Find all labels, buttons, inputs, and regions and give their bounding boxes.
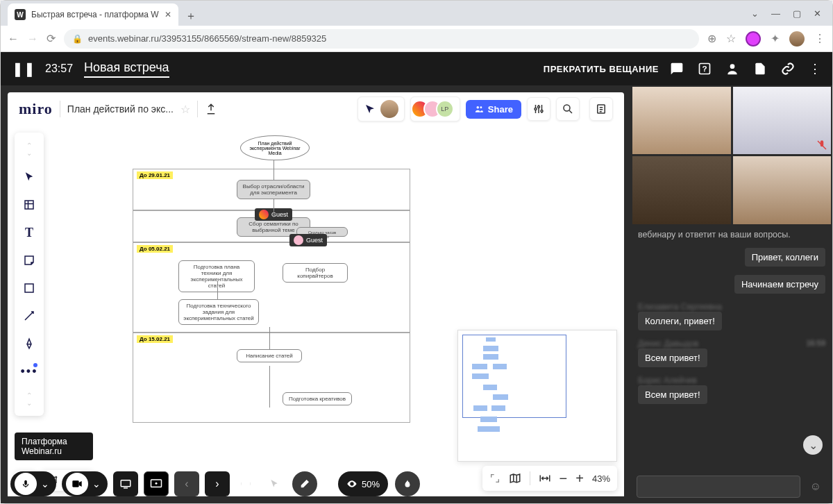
- fire-icon[interactable]: [395, 471, 420, 496]
- browser-menu-icon[interactable]: ⋮: [814, 32, 825, 45]
- profile-avatar[interactable]: [789, 31, 805, 47]
- more-menu-icon[interactable]: ⋮: [809, 61, 821, 76]
- chat-message: Коллеги, привет!: [638, 312, 722, 330]
- prev-slide-icon[interactable]: ‹: [174, 471, 199, 496]
- flow-node[interactable]: Подготовка креативов: [283, 392, 352, 405]
- chat-author: Елизавета Сергеевна: [638, 302, 825, 312]
- zoom-in-icon[interactable]: +: [575, 471, 584, 487]
- url-field[interactable]: 🔒 events.webinar.ru/33953155/8665569/str…: [64, 29, 699, 49]
- next-slide-icon[interactable]: ›: [205, 471, 230, 496]
- share-button[interactable]: Share: [466, 100, 521, 119]
- pointer-tool-icon[interactable]: [262, 471, 287, 496]
- pen-tool-icon[interactable]: [18, 333, 40, 355]
- video-grid: [631, 85, 832, 226]
- frame-tool-icon[interactable]: [18, 194, 40, 216]
- board-name[interactable]: План действий по экс...: [67, 103, 174, 115]
- fit-width-icon[interactable]: [539, 472, 551, 485]
- flow-node[interactable]: Подготовка плана техники для эксперимент…: [178, 260, 255, 292]
- forward-icon[interactable]: →: [27, 33, 38, 45]
- presentation-icon[interactable]: [144, 471, 169, 496]
- webinar-top-bar: ❚❚ 23:57 Новая встреча ПРЕКРАТИТЬ ВЕЩАНИ…: [1, 52, 832, 85]
- chevron-down-icon[interactable]: ⌄: [751, 8, 759, 19]
- text-tool-icon[interactable]: T: [18, 221, 40, 244]
- svg-point-22: [155, 482, 158, 485]
- miro-logo: miro: [19, 100, 53, 118]
- chat-time: 16:59: [806, 339, 825, 348]
- mic-chevron-icon[interactable]: ⌄: [38, 473, 52, 495]
- person-icon[interactable]: [725, 62, 739, 76]
- browser-window: W Быстрая встреча - платформа W ✕ ＋ ⌄ ― …: [0, 0, 833, 504]
- eye-icon: [346, 478, 357, 489]
- camera-chevron-icon[interactable]: ⌄: [90, 473, 103, 495]
- zoom-level[interactable]: 43%: [592, 473, 610, 484]
- svg-text:?: ?: [702, 64, 707, 73]
- scroll-down-button[interactable]: ⌄: [803, 435, 823, 455]
- chat-author: Денис Давыдов16:59: [638, 339, 825, 348]
- extension-icon[interactable]: [746, 31, 761, 47]
- document-icon[interactable]: [753, 62, 767, 76]
- star-icon[interactable]: ☆: [180, 103, 190, 116]
- flow-node[interactable]: Подготовка технического задания для эксп…: [178, 299, 259, 325]
- help-icon[interactable]: ?: [698, 62, 712, 76]
- chat-input[interactable]: [637, 476, 800, 498]
- zoom-out-icon[interactable]: −: [559, 471, 568, 487]
- svg-point-4: [480, 106, 482, 108]
- maximize-icon[interactable]: ▢: [793, 8, 801, 19]
- video-tile[interactable]: [632, 87, 731, 154]
- flow-node[interactable]: Написание статей: [237, 349, 302, 362]
- sticky-note-icon[interactable]: [18, 249, 40, 271]
- search-icon[interactable]: [556, 97, 580, 121]
- video-tile[interactable]: [733, 156, 832, 224]
- cursor-icon: [364, 103, 376, 115]
- viewers-indicator[interactable]: 50%: [338, 471, 388, 496]
- screen-share-icon[interactable]: [113, 471, 138, 496]
- map-icon[interactable]: [509, 472, 521, 485]
- bookmark-star-icon[interactable]: ☆: [726, 32, 736, 45]
- camera-icon[interactable]: [66, 473, 88, 495]
- pause-icon[interactable]: ❚❚: [12, 60, 35, 77]
- tab-close-icon[interactable]: ✕: [165, 10, 171, 19]
- collapse-icon[interactable]: ⌃⌄: [18, 138, 40, 160]
- back-icon[interactable]: ←: [8, 33, 19, 45]
- emoji-icon[interactable]: ☺: [805, 476, 827, 498]
- browser-tab[interactable]: W Быстрая встреча - платформа W ✕: [8, 3, 178, 26]
- export-icon[interactable]: [205, 103, 217, 115]
- svg-rect-10: [25, 201, 33, 209]
- flow-node[interactable]: Подбор копирайтеров: [283, 263, 348, 283]
- window-controls: ⌄ ― ▢ ✕: [751, 1, 832, 26]
- collaborators-group[interactable]: LP: [410, 96, 460, 121]
- seek-handle[interactable]: [241, 479, 251, 489]
- expand-icon[interactable]: ⌃⌄: [18, 388, 40, 410]
- shape-tool-icon[interactable]: [18, 277, 40, 299]
- seek-slider[interactable]: [241, 482, 251, 485]
- settings-sliders-icon[interactable]: [527, 97, 550, 121]
- camera-control: ⌄: [62, 471, 108, 496]
- video-tile[interactable]: [632, 156, 731, 224]
- flow-title-node[interactable]: План действий эксперимента Webinar Media: [240, 135, 310, 160]
- extensions-puzzle-icon[interactable]: ✦: [771, 32, 780, 45]
- new-tab-button[interactable]: ＋: [181, 6, 201, 26]
- meeting-title[interactable]: Новая встреча: [84, 60, 169, 78]
- eraser-icon[interactable]: [292, 471, 317, 496]
- stop-broadcast-button[interactable]: ПРЕКРАТИТЬ ВЕЩАНИЕ: [544, 64, 659, 74]
- fullscreen-icon[interactable]: [489, 473, 500, 484]
- reload-icon[interactable]: ⟳: [47, 32, 56, 45]
- video-tile[interactable]: [733, 87, 832, 154]
- send-tab-icon[interactable]: ⊕: [707, 32, 716, 45]
- miro-canvas[interactable]: ⌃⌄ T ••• ⌃⌄ План дейс: [8, 126, 624, 496]
- notes-icon[interactable]: [589, 97, 613, 121]
- mic-muted-icon: [816, 139, 828, 151]
- mic-icon[interactable]: [15, 473, 37, 495]
- flow-node[interactable]: Выбор отрасли/области для эксперимента: [237, 180, 310, 199]
- svg-point-6: [538, 106, 540, 108]
- tab-favicon: W: [15, 9, 26, 20]
- minimap[interactable]: [457, 330, 617, 462]
- link-icon[interactable]: [781, 62, 795, 76]
- window-close-icon[interactable]: ✕: [814, 8, 821, 19]
- minimize-icon[interactable]: ―: [771, 8, 780, 19]
- select-tool-icon[interactable]: [18, 166, 40, 188]
- line-tool-icon[interactable]: [18, 305, 40, 327]
- chat-icon[interactable]: [670, 62, 684, 76]
- cursor-avatar-group[interactable]: [357, 96, 405, 121]
- more-tools-icon[interactable]: •••: [18, 360, 40, 383]
